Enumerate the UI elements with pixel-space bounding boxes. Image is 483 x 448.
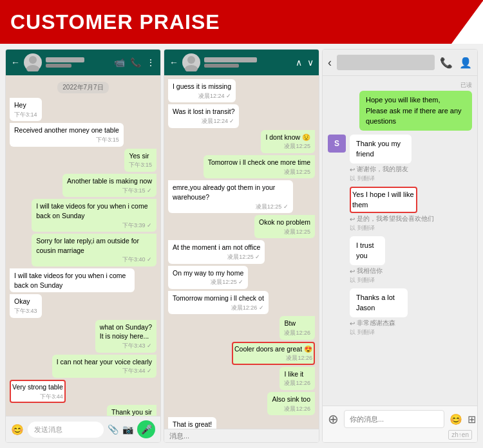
- highlighted-msg-2: Cooler doors are great 😍凌晨12:26: [232, 342, 315, 365]
- msg-sent: Also sink too凌晨12:26: [267, 392, 315, 415]
- highlighted-msg: Very strong table下午3:44: [10, 380, 66, 403]
- back-arrow-2-icon[interactable]: ←: [169, 57, 178, 68]
- wc-translate-label-4: 以 到翻译: [350, 328, 422, 337]
- chat-input-1[interactable]: 发送消息: [28, 422, 104, 438]
- msg-sent: I like it凌晨12:26: [279, 367, 315, 390]
- svg-point-1: [26, 65, 39, 71]
- wc-avatar-s: S: [328, 135, 346, 153]
- msg-sent: what on Sunday?It is noisy here...下午3:43…: [95, 320, 156, 353]
- msg-received: At the moment i am not office凌晨12:25 ✓: [168, 240, 265, 263]
- svg-point-0: [29, 56, 37, 64]
- svg-point-3: [185, 65, 198, 71]
- msg-received: Tomorrow morning i ll check ot凌晨12:26 ✓: [168, 291, 269, 314]
- avatar-2: [182, 53, 200, 71]
- chat-panel-3: ‹ 📞 👤 已读 Hope you will like them,Please …: [322, 49, 478, 443]
- wa-footer-2: [164, 429, 319, 442]
- wc-call-icon[interactable]: 📞: [440, 57, 453, 69]
- wc-msg-row-4: Thanks a lot Jason ↩非常感谢杰森 以 到翻译: [328, 288, 472, 337]
- wc-translate-label: 以 到翻译: [350, 174, 427, 183]
- wa-icons-1: 📹 📞 ⋮: [114, 57, 155, 68]
- wc-more-icon[interactable]: ⊞: [468, 413, 476, 425]
- msg-sent: Tomorrow i ll check one more time凌晨12:25: [204, 155, 315, 178]
- msg-received: That is great!凌晨12:27 ✓: [168, 417, 216, 429]
- mic-button[interactable]: 🎤: [137, 420, 155, 438]
- wc-chat-input[interactable]: [344, 410, 444, 428]
- wc-translate-4: ↩非常感谢杰森: [350, 319, 422, 328]
- wc-header: ‹ 📞 👤: [323, 50, 477, 76]
- msg-sent: Thank you sir下午3:44 ✓: [107, 405, 156, 416]
- wc-search-bar: [337, 55, 435, 70]
- attach-icon[interactable]: 📎: [108, 424, 118, 434]
- wc-back-icon[interactable]: ‹: [328, 56, 332, 70]
- wc-msg-row-1: S Thank you my friend ↩谢谢你，我的朋友 以 到翻译: [328, 135, 472, 183]
- chat-input-2[interactable]: [169, 432, 314, 440]
- wc-translate-1: ↩谢谢你，我的朋友: [350, 165, 427, 174]
- msg-received: emre,you already got them in your wareho…: [168, 180, 293, 213]
- wc-plus-icon[interactable]: ⊕: [328, 411, 339, 427]
- phone-icon[interactable]: 📞: [130, 57, 141, 68]
- wc-msg-received-3: Thanks a lot Jason: [350, 288, 408, 317]
- wc-translate-label-3: 以 到翻译: [350, 276, 393, 285]
- msg-received: Was it lost in transit?凌晨12:24 ✓: [168, 104, 239, 127]
- wc-footer-icons: 😊 ⊞: [450, 413, 476, 425]
- wa-header-1: ← 📹 📞 ⋮: [6, 50, 160, 75]
- wc-lang-hint-row: zh↑en: [328, 431, 472, 438]
- wc-msg-sent: Hope you will like them,Please ask me if…: [359, 91, 472, 131]
- camera-icon[interactable]: 📷: [122, 424, 133, 434]
- wa-footer-1: 😊 发送消息 📎 📷 🎤: [6, 416, 160, 442]
- wc-translate-label-2: 以 到翻译: [350, 224, 434, 232]
- wc-msg-row-3: I trust you ↩我相信你 以 到翻译: [328, 236, 472, 285]
- wc-footer-top: ⊕ 😊 ⊞: [328, 410, 472, 428]
- svg-point-2: [187, 56, 195, 64]
- msg-received: Okay下午3:43: [10, 294, 42, 317]
- more-icon[interactable]: ⋮: [146, 57, 155, 68]
- msg-received: Hey下午3:14: [10, 98, 42, 121]
- msg-received: Received another money one table下午3:15: [10, 123, 124, 146]
- wc-msg-row-sent: 已读 Hope you will like them,Please ask me…: [331, 81, 472, 131]
- wc-msg-received-2: I trust you: [350, 236, 385, 265]
- wc-msg-received: Thank you my friend: [350, 135, 412, 163]
- video-call-icon[interactable]: 📹: [114, 57, 125, 68]
- wc-highlighted-msg: Yes I hope I will like them: [350, 187, 417, 213]
- emoji-icon[interactable]: 😊: [11, 424, 24, 436]
- chat-panel-2: ← ∧ ∨ I guess it is missing凌晨12:24 ✓ Was…: [164, 49, 319, 443]
- back-arrow-icon[interactable]: ←: [11, 57, 20, 68]
- wa-header-2: ← ∧ ∨: [164, 50, 319, 75]
- main-content: ← 📹 📞 ⋮ 2022年7月7日 Hey下午3:14 Received ano…: [0, 44, 483, 448]
- msg-sent: Sorry for late reply,i am outside for co…: [32, 234, 156, 266]
- date-divider-1: 2022年7月7日: [57, 82, 108, 93]
- wc-footer: ⊕ 😊 ⊞ zh↑en: [323, 406, 477, 442]
- msg-received: I guess it is missing凌晨12:24 ✓: [168, 79, 236, 102]
- header: CUSTOMER PRAISE: [0, 0, 483, 44]
- chevron-down-icon[interactable]: ∨: [307, 57, 314, 68]
- msg-sent: I will take videos for you when i come b…: [32, 199, 156, 232]
- wa-icons-2: ∧ ∨: [296, 57, 314, 68]
- msg-sent: I can not hear your voice clearly下午3:44 …: [52, 355, 156, 378]
- chat-panel-1: ← 📹 📞 ⋮ 2022年7月7日 Hey下午3:14 Received ano…: [5, 49, 161, 443]
- msg-sent: I dont know 😟凌晨12:25: [261, 130, 315, 153]
- wc-translate-2: ↩是的，我希望我会喜欢他们: [350, 215, 434, 223]
- wc-body: 已读 Hope you will like them,Please ask me…: [323, 76, 477, 406]
- msg-sent: Another table is making now下午3:15 ✓: [62, 174, 156, 197]
- msg-sent: Btw凌晨12:26: [279, 316, 315, 339]
- wc-translate-3: ↩我相信你: [350, 267, 393, 275]
- msg-sent: Yes sir下午3:15: [124, 149, 156, 172]
- chevron-up-icon[interactable]: ∧: [296, 57, 302, 68]
- wa-body-2: I guess it is missing凌晨12:24 ✓ Was it lo…: [164, 75, 319, 429]
- wc-header-icons: 📞 👤: [440, 57, 472, 69]
- page-title: CUSTOMER PRAISE: [10, 10, 220, 34]
- msg-received: I will take videos for you when i come b…: [10, 268, 135, 292]
- wc-lang-hint: zh↑en: [448, 430, 472, 440]
- wc-read-label: 已读: [460, 81, 472, 89]
- wa-body-1: 2022年7月7日 Hey下午3:14 Received another mon…: [6, 75, 160, 416]
- msg-received: On my way to my home凌晨12:25 ✓: [168, 266, 248, 289]
- avatar-1: [24, 53, 42, 71]
- msg-sent: Okok no problem凌晨12:25: [254, 215, 315, 238]
- wc-msg-row-2: Yes I hope I will like them ↩是的，我希望我会喜欢他…: [328, 187, 472, 232]
- wc-emoji-icon[interactable]: 😊: [450, 413, 462, 425]
- header-triangle-decoration: [451, 0, 483, 44]
- wc-contact-icon[interactable]: 👤: [459, 57, 472, 69]
